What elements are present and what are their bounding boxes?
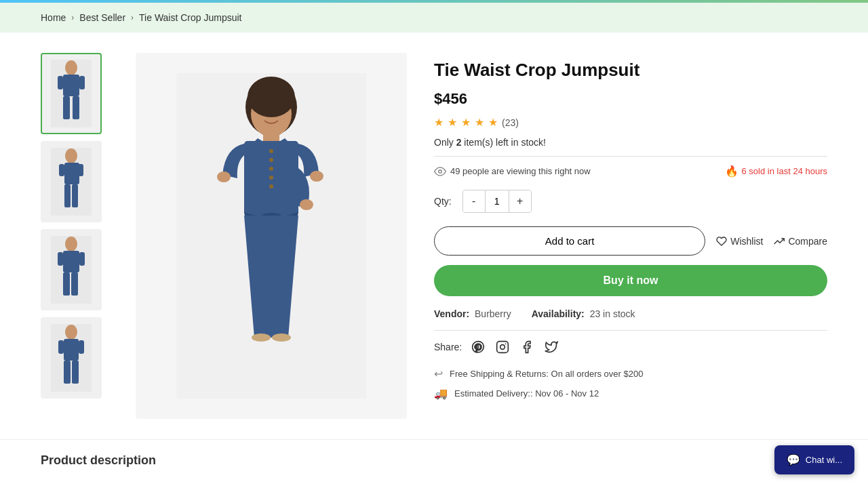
fire-icon: 🔥	[725, 165, 738, 178]
star-4: ★	[475, 116, 484, 129]
svg-point-44	[272, 333, 291, 342]
availability-label: Availability:	[532, 308, 585, 319]
qty-input[interactable]	[485, 190, 509, 212]
svg-point-48	[500, 345, 505, 350]
product-info-panel: Tie Waist Crop Jumpsuit $456 ★ ★ ★ ★ ★ (…	[434, 53, 827, 419]
delivery-info-row: 🚚 Estimated Delivery:: Nov 06 - Nov 12	[434, 387, 827, 400]
svg-point-38	[269, 176, 273, 180]
thumbnail-3[interactable]	[41, 229, 102, 310]
star-2: ★	[448, 116, 457, 129]
svg-point-45	[300, 199, 313, 210]
product-price: $456	[434, 90, 827, 108]
svg-point-49	[505, 344, 507, 345]
quantity-control: - +	[462, 190, 532, 213]
svg-rect-11	[72, 184, 78, 207]
qty-minus-button[interactable]: -	[463, 190, 485, 212]
svg-point-35	[269, 149, 273, 153]
shipping-info-row: ↩ Free Shipping & Returns: On all orders…	[434, 367, 827, 380]
share-label: Share:	[434, 342, 462, 352]
svg-rect-25	[72, 361, 79, 384]
svg-rect-19	[58, 252, 63, 266]
svg-rect-4	[73, 96, 79, 119]
product-description-title: Product description	[41, 453, 827, 468]
svg-rect-18	[71, 272, 78, 296]
sold-badge: 🔥 6 sold in last 24 hours	[725, 165, 827, 178]
svg-point-31	[248, 77, 295, 117]
viewers-text: 49 people are viewing this right now	[450, 166, 591, 176]
star-rating: ★ ★ ★ ★ ★ (23)	[434, 116, 827, 129]
vendor-value: Burberry	[475, 308, 511, 319]
eye-icon	[434, 165, 446, 178]
facebook-icon[interactable]	[519, 339, 535, 355]
stock-suffix: item(s) left in stock!	[461, 137, 545, 148]
compare-icon	[774, 236, 785, 247]
svg-rect-2	[63, 75, 79, 96]
delivery-icon: 🚚	[434, 387, 448, 400]
svg-rect-24	[64, 361, 71, 384]
svg-rect-26	[58, 340, 64, 354]
action-buttons-row: Add to cart Wishlist Compare	[434, 226, 827, 256]
svg-rect-13	[78, 164, 83, 176]
svg-point-1	[65, 60, 77, 75]
thumbnail-list	[41, 53, 108, 419]
svg-point-37	[269, 167, 273, 171]
quantity-row: Qty: - +	[434, 190, 827, 213]
product-description-footer: Product description	[0, 439, 868, 481]
stock-prefix: Only	[434, 137, 456, 148]
svg-rect-6	[79, 76, 85, 89]
shipping-icon: ↩	[434, 367, 443, 380]
qty-label: Qty:	[434, 196, 452, 207]
divider-1	[434, 156, 827, 157]
share-row: Share:	[434, 339, 827, 355]
shipping-text: Free Shipping & Returns: On all orders o…	[450, 369, 643, 379]
compare-button[interactable]: Compare	[774, 236, 827, 247]
main-content: Tie Waist Crop Jumpsuit $456 ★ ★ ★ ★ ★ (…	[0, 33, 868, 439]
svg-point-22	[65, 325, 77, 340]
stock-alert: Only 2 item(s) left in stock!	[434, 137, 827, 148]
thumbnail-2[interactable]	[41, 141, 102, 222]
svg-point-8	[65, 148, 77, 163]
svg-point-39	[269, 184, 273, 188]
breadcrumb-sep-1: ›	[71, 13, 74, 22]
svg-rect-23	[64, 339, 79, 361]
breadcrumb: Home › Best Seller › Tie Waist Crop Jump…	[0, 3, 868, 33]
sold-text: 6 sold in last 24 hours	[742, 166, 827, 176]
svg-rect-12	[59, 164, 64, 176]
buy-now-button[interactable]: Buy it now	[434, 265, 827, 296]
svg-rect-10	[64, 184, 71, 207]
svg-rect-5	[58, 76, 63, 89]
main-product-image	[136, 53, 407, 419]
twitter-icon[interactable]	[543, 339, 559, 355]
pinterest-icon[interactable]	[470, 339, 486, 355]
wishlist-button[interactable]: Wishlist	[716, 236, 763, 247]
svg-rect-3	[63, 96, 70, 119]
chat-icon: 💬	[787, 453, 800, 466]
availability-value: 23 in stock	[590, 308, 635, 319]
social-proof: 49 people are viewing this right now 🔥 6…	[434, 165, 827, 178]
instagram-icon[interactable]	[494, 339, 511, 355]
chat-button[interactable]: 💬 Chat wi...	[774, 445, 854, 474]
chat-label: Chat wi...	[806, 455, 842, 465]
svg-rect-9	[64, 163, 79, 184]
add-to-cart-button[interactable]: Add to cart	[434, 226, 705, 256]
svg-point-36	[269, 158, 273, 162]
compare-label: Compare	[788, 236, 827, 247]
breadcrumb-sep-2: ›	[131, 13, 134, 22]
viewer-count: 49 people are viewing this right now	[434, 165, 591, 178]
star-1: ★	[434, 116, 443, 129]
breadcrumb-home[interactable]: Home	[41, 12, 66, 23]
breadcrumb-best-seller[interactable]: Best Seller	[79, 12, 125, 23]
review-count: (23)	[502, 117, 519, 128]
svg-rect-27	[79, 340, 84, 354]
qty-plus-button[interactable]: +	[509, 190, 531, 212]
star-3: ★	[461, 116, 471, 129]
vendor-label: Vendor:	[434, 308, 469, 319]
svg-point-40	[217, 171, 231, 182]
thumbnail-4[interactable]	[41, 317, 102, 399]
heart-icon	[716, 236, 727, 247]
breadcrumb-current: Tie Waist Crop Jumpsuit	[139, 12, 241, 23]
thumbnail-1[interactable]	[41, 53, 102, 134]
divider-2	[434, 330, 827, 331]
svg-rect-47	[497, 342, 509, 353]
delivery-text: Estimated Delivery:: Nov 06 - Nov 12	[454, 388, 599, 399]
